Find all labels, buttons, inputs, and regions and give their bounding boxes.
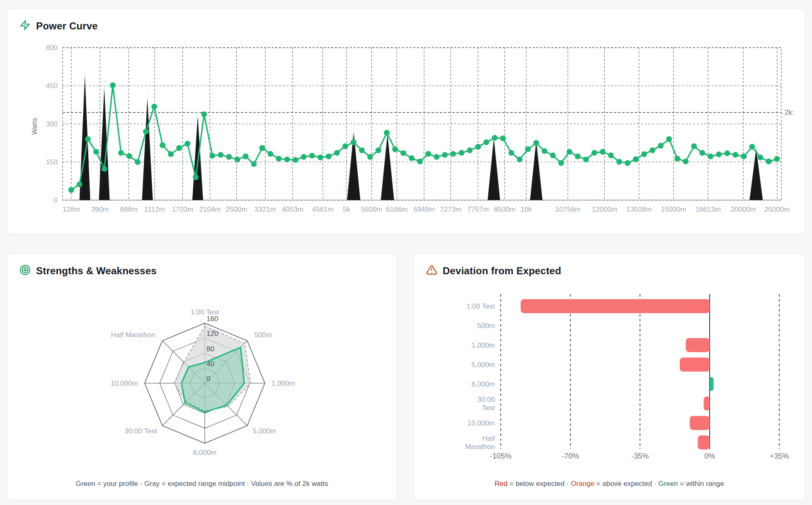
strengths-weaknesses-title: Strengths & Weaknesses [36,265,157,277]
svg-text:600: 600 [46,44,58,52]
svg-text:-105%: -105% [490,452,511,460]
legend-part: Red [494,480,507,488]
svg-text:5k: 5k [343,205,350,213]
warning-icon [426,264,437,277]
bolt-icon [19,19,31,32]
svg-text:40: 40 [206,360,214,368]
deviation-chart: -105%-70%-35%0%+35%1:00 Test500m1,000m5,… [414,283,805,473]
svg-text:25000m: 25000m [764,205,790,213]
strengths-weaknesses-card: Strengths & Weaknesses 040801201601:00 T… [7,253,397,500]
legend-part: = below expected · [508,480,571,488]
svg-text:1112m: 1112m [144,205,165,213]
svg-text:Watts: Watts [31,118,38,135]
deviation-legend: Red = below expected · Orange = above ex… [414,480,805,488]
svg-text:150: 150 [46,158,58,166]
svg-text:10k: 10k [521,205,532,213]
svg-text:16613m: 16613m [695,205,720,213]
svg-text:500m: 500m [477,322,495,330]
svg-text:5500m: 5500m [361,205,383,213]
svg-text:0%: 0% [704,452,715,460]
svg-text:4561m: 4561m [312,205,334,213]
svg-text:5,000m: 5,000m [471,361,495,369]
svg-text:1,000m: 1,000m [271,379,295,387]
svg-text:10,000m: 10,000m [111,379,138,387]
svg-text:20000m: 20000m [730,205,756,213]
svg-text:7273m: 7273m [440,205,461,213]
power-curve-title: Power Curve [36,20,98,32]
svg-text:8500m: 8500m [494,205,515,213]
svg-text:1:00 Test: 1:00 Test [191,308,219,316]
svg-text:30:00 Test: 30:00 Test [124,427,157,435]
legend-part: = within range [678,480,724,488]
deviation-header: Deviation from Expected [414,254,805,277]
svg-text:Marathon: Marathon [465,443,495,451]
svg-text:Test: Test [482,404,495,412]
radar-caption: Green = your profile · Gray = expected r… [7,480,397,488]
power-curve-chart: 2k:0150300450600Watts128m390m666m1112m17… [7,39,805,224]
svg-text:666m: 666m [120,205,138,213]
svg-text:128m: 128m [63,205,80,213]
svg-text:15000m: 15000m [661,205,686,213]
svg-text:300: 300 [46,120,58,128]
power-curve-card: Power Curve 2k:0150300450600Watts128m390… [7,8,805,234]
deviation-title: Deviation from Expected [443,265,561,277]
svg-text:1703m: 1703m [172,205,194,213]
svg-text:5,000m: 5,000m [252,427,276,435]
svg-text:30:00: 30:00 [477,396,495,404]
svg-text:Half: Half [482,435,495,442]
svg-text:2500m: 2500m [226,205,247,213]
svg-text:Half Marathon: Half Marathon [111,331,155,339]
legend-part: = above expected · [594,480,659,488]
svg-text:-70%: -70% [562,452,579,460]
svg-text:13508m: 13508m [626,205,652,213]
svg-text:10,000m: 10,000m [468,419,495,427]
svg-text:6,000m: 6,000m [471,380,495,388]
target-icon [19,264,31,277]
svg-text:80: 80 [206,345,214,353]
svg-text:390m: 390m [91,205,109,213]
svg-text:450: 450 [46,82,58,90]
svg-text:6949m: 6949m [413,205,435,213]
radar-chart: 040801201601:00 Test500m1,000m5,000m6,00… [7,283,397,477]
svg-text:1:00 Test: 1:00 Test [466,302,495,310]
svg-text:-35%: -35% [631,452,649,460]
power-curve-header: Power Curve [7,9,805,32]
legend-part: Orange [571,480,594,488]
deviation-card: Deviation from Expected -105%-70%-35%0%+… [413,253,805,500]
svg-text:1,000m: 1,000m [471,341,495,349]
strengths-weaknesses-header: Strengths & Weaknesses [7,254,397,277]
svg-text:120: 120 [206,330,218,338]
legend-part: Green [658,480,678,488]
svg-text:2k:: 2k: [785,109,794,116]
svg-text:6166m: 6166m [386,205,407,213]
svg-text:7757m: 7757m [467,205,489,213]
svg-text:0: 0 [54,196,58,204]
svg-text:+35%: +35% [770,452,789,460]
svg-text:2104m: 2104m [199,205,221,213]
svg-text:6,000m: 6,000m [193,449,217,457]
svg-text:500m: 500m [254,331,272,339]
svg-text:0: 0 [206,375,210,383]
svg-text:10756m: 10756m [555,205,580,213]
svg-text:12000m: 12000m [592,205,617,213]
svg-text:3321m: 3321m [255,205,276,213]
svg-text:4053m: 4053m [282,205,303,213]
